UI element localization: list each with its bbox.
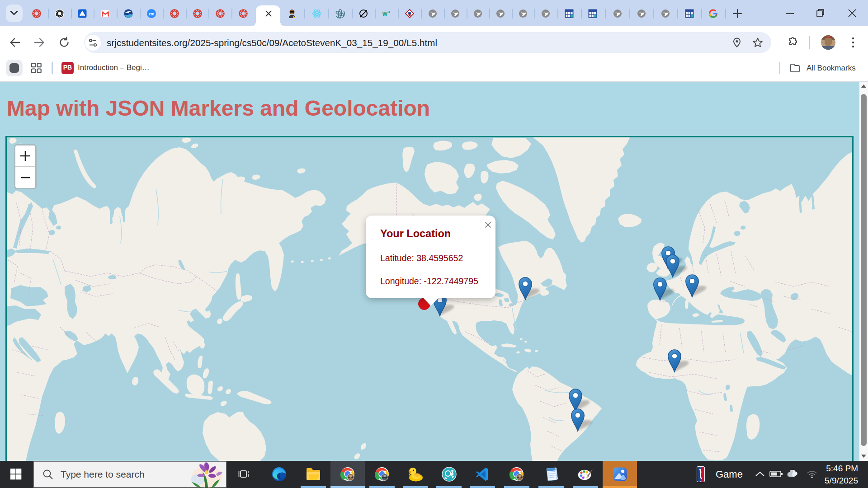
svg-text:w: w	[382, 10, 387, 17]
svg-text:3: 3	[388, 10, 390, 14]
svg-text:zm: zm	[149, 12, 155, 16]
